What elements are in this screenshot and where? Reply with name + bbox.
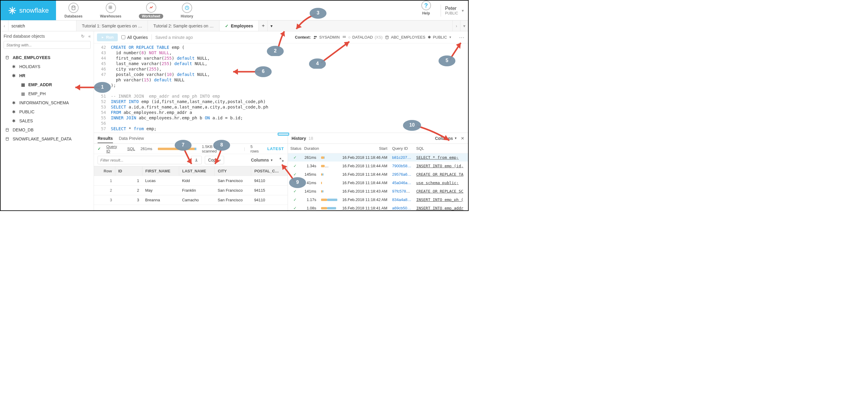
- tree-db-sample[interactable]: SNOWFLAKE_SAMPLE_DATA: [1, 134, 94, 144]
- nav-databases[interactable]: Databases: [64, 3, 83, 19]
- sql-link[interactable]: SQL: [127, 147, 135, 151]
- col-last-name[interactable]: LAST_NAME: [179, 167, 214, 176]
- svg-point-9: [314, 36, 315, 37]
- tree-schema-hr[interactable]: ✱HR: [1, 71, 94, 80]
- collapse-icon[interactable]: «: [88, 34, 91, 38]
- download-button[interactable]: [191, 156, 202, 164]
- nav-warehouses[interactable]: Warehouses: [100, 3, 121, 19]
- svg-point-13: [345, 36, 345, 36]
- tree-schema-holidays[interactable]: ✱HOLIDAYS: [1, 62, 94, 71]
- history-row[interactable]: ✓41ms16.Feb.2018 11:18:44 AM45a046a…use …: [288, 179, 468, 187]
- svg-point-8: [6, 138, 8, 139]
- history-row[interactable]: ✓1.34s16.Feb.2018 11:18:44 AM7900b58…INS…: [288, 162, 468, 170]
- results-status-bar: ✓ Query ID SQL 261ms 1.5KB bytes scanned…: [94, 144, 288, 154]
- editor-code[interactable]: CREATE OR REPLACE TABLE emp ( id number(…: [108, 43, 468, 132]
- tab-results[interactable]: Results: [98, 136, 113, 143]
- bytes-scanned: 1.5KB bytes scanned: [202, 144, 239, 153]
- worksheet-pane: Run All Queries Saved a minute ago Conte…: [94, 31, 468, 210]
- tree-schema-public[interactable]: ✱PUBLIC: [1, 107, 94, 116]
- tree-table-emp-ph[interactable]: ▦EMP_PH: [1, 89, 94, 98]
- table-icon: ▦: [20, 91, 26, 96]
- sql-editor[interactable]: 42434445464751525354555657 CREATE OR REP…: [94, 43, 468, 133]
- download-icon: [194, 158, 198, 162]
- filter-input[interactable]: [98, 156, 188, 164]
- hcol-sql[interactable]: SQL: [414, 144, 468, 153]
- worksheet-icon: [149, 5, 154, 10]
- history-row[interactable]: ✓145ms16.Feb.2018 11:18:44 AM29576a6…CRE…: [288, 170, 468, 179]
- hcol-start[interactable]: Start: [340, 144, 390, 153]
- rows-count: 5 rows: [250, 144, 262, 153]
- history-row[interactable]: ✓1.17s16.Feb.2018 11:18:42 AM834a4a8…INS…: [288, 195, 468, 204]
- hcol-duration[interactable]: Duration: [302, 144, 340, 153]
- schema-icon: ✱: [11, 110, 17, 114]
- all-queries-checkbox[interactable]: All Queries: [121, 35, 148, 40]
- history-close-button[interactable]: ✕: [461, 136, 464, 141]
- results-columns-button[interactable]: Columns▼: [251, 158, 273, 162]
- context-warehouse[interactable]: ○DATALOAD(XS): [342, 35, 382, 39]
- help-icon: ?: [421, 1, 431, 10]
- history-row[interactable]: ✓141ms16.Feb.2018 11:18:43 AM97fc5781…CR…: [288, 187, 468, 195]
- svg-point-14: [343, 37, 343, 37]
- nav-worksheet[interactable]: Worksheet: [139, 2, 163, 19]
- history-table[interactable]: Status Duration Start Query ID SQL ✓261m…: [288, 144, 468, 210]
- nav-help[interactable]: ? Help: [421, 1, 431, 20]
- history-columns-button[interactable]: Columns▼: [435, 136, 457, 141]
- context-role[interactable]: SYSADMIN: [313, 35, 340, 39]
- bottom-panes: Results Data Preview ✓ Query ID SQL 261m…: [94, 133, 468, 210]
- profile-menu[interactable]: Peter PUBLIC ▾: [445, 1, 468, 20]
- tab-menu-button[interactable]: ▾: [268, 21, 275, 31]
- hcol-qid[interactable]: Query ID: [390, 144, 414, 153]
- context-schema[interactable]: ✱PUBLIC▼: [428, 35, 452, 39]
- tree-db-abc[interactable]: ABC_EMPLOYEES: [1, 53, 94, 62]
- tabs-scroll-right[interactable]: ›: [453, 21, 460, 31]
- pane-splitter[interactable]: [278, 132, 289, 135]
- history-row[interactable]: ✓1.08s16.Feb.2018 11:18:41 AMa69cb50…INS…: [288, 204, 468, 211]
- svg-point-11: [343, 36, 343, 36]
- database-icon: [4, 137, 10, 141]
- refresh-icon[interactable]: ↻: [81, 34, 85, 38]
- object-tree: ABC_EMPLOYEES ✱HOLIDAYS ✱HR ▦EMP_ADDR ▦E…: [1, 52, 94, 210]
- table-row[interactable]: 11LucasKiddSan Francisco94110: [94, 176, 288, 186]
- col-id[interactable]: ID: [115, 167, 142, 176]
- svg-point-12: [344, 36, 345, 36]
- nav-history[interactable]: History: [181, 3, 193, 19]
- col-first-name[interactable]: FIRST_NAME: [142, 167, 179, 176]
- run-button[interactable]: Run: [97, 33, 118, 41]
- object-browser: Find database objects ↻ « ABC_EMPLOYEES …: [1, 31, 94, 210]
- col-row[interactable]: Row: [94, 167, 115, 176]
- tab-data-preview[interactable]: Data Preview: [119, 136, 144, 141]
- main: Find database objects ↻ « ABC_EMPLOYEES …: [1, 31, 468, 210]
- copy-button[interactable]: Copy▾: [205, 156, 224, 164]
- tab-employees[interactable]: ✓Employees: [220, 21, 259, 31]
- col-postal[interactable]: POSTAL_C…: [251, 167, 288, 176]
- breadcrumb[interactable]: scratch: [8, 21, 76, 31]
- svg-point-16: [345, 37, 345, 37]
- more-menu[interactable]: ⋯: [459, 34, 465, 41]
- history-row[interactable]: ✓261ms16.Feb.2018 11:18:46 AMb81c207…SEL…: [288, 153, 468, 162]
- hcol-status[interactable]: Status: [288, 144, 302, 153]
- results-grid[interactable]: Row ID FIRST_NAME LAST_NAME CITY POSTAL_…: [94, 166, 288, 210]
- database-icon: [4, 56, 10, 60]
- object-search[interactable]: [4, 41, 91, 49]
- table-icon: ▦: [20, 82, 26, 87]
- expand-icon[interactable]: [279, 157, 284, 163]
- database-icon: [71, 5, 76, 10]
- context-database[interactable]: ABC_EMPLOYEES: [385, 35, 425, 39]
- brand-logo[interactable]: snowflake: [1, 1, 56, 20]
- tree-schema-info[interactable]: ✱INFORMATION_SCHEMA: [1, 98, 94, 107]
- table-row[interactable]: 22MayFranklinSan Francisco94115: [94, 186, 288, 195]
- search-input[interactable]: [4, 41, 91, 49]
- tab-add-button[interactable]: ＋: [259, 21, 268, 31]
- table-row[interactable]: 33BreannaCamachoSan Francisco94110: [94, 195, 288, 205]
- topbar: snowflake Databases Warehouses Worksheet…: [1, 1, 468, 21]
- tree-db-demo[interactable]: DEMO_DB: [1, 125, 94, 134]
- query-id-link[interactable]: Query ID: [106, 144, 122, 153]
- svg-rect-4: [110, 7, 112, 9]
- tabs-more-menu[interactable]: ▾: [460, 21, 468, 31]
- tabs-scroll-left[interactable]: ‹: [1, 21, 8, 31]
- tree-schema-sales[interactable]: ✱SALES: [1, 116, 94, 125]
- tab-tutorial1[interactable]: Tutorial 1: Sample queries on …: [76, 21, 148, 31]
- tree-table-emp-addr[interactable]: ▦EMP_ADDR: [1, 80, 94, 89]
- tab-tutorial2[interactable]: Tutorial 2: Sample queries on …: [148, 21, 219, 31]
- col-city[interactable]: CITY: [215, 167, 251, 176]
